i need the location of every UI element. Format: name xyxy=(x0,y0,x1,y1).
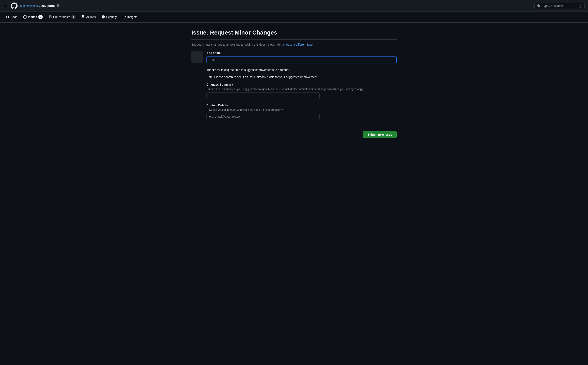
insights-icon xyxy=(123,15,126,19)
contact-details-sublabel: How can we get in touch with you if we n… xyxy=(206,108,397,111)
changes-summary-group: Changes Summary Enter a brief summary of… xyxy=(206,83,397,99)
form-fields: Add a title Thanks for taking the time t… xyxy=(206,51,397,138)
page-title: Issue: Request Minor Changes xyxy=(191,29,397,40)
actions-icon xyxy=(81,15,85,19)
tab-issues-label: Issues xyxy=(28,15,37,19)
subtitle-static-text: Suggest minor changes to an existing tut… xyxy=(191,43,282,46)
tab-insights-label: Insights xyxy=(127,15,137,19)
info-text-1: Thanks for taking the time to suggest im… xyxy=(206,68,397,72)
tab-issues[interactable]: Issues 3 xyxy=(21,12,45,22)
submit-new-issue-button[interactable]: Submit new issue xyxy=(363,131,397,138)
tab-pull-requests[interactable]: Pull requests 1 xyxy=(46,12,78,22)
search-shortcut: / xyxy=(579,4,582,7)
repo-path: ausaccessfed / dev-portal xyxy=(20,4,59,7)
tab-pull-requests-label: Pull requests xyxy=(53,15,70,19)
main-content: Issue: Request Minor Changes Suggest min… xyxy=(188,23,400,145)
tab-security-label: Security xyxy=(106,15,117,19)
title-input[interactable] xyxy=(206,56,397,63)
changes-summary-input[interactable] xyxy=(206,92,319,99)
hamburger-icon xyxy=(4,4,7,7)
path-separator: / xyxy=(39,4,40,7)
tab-insights[interactable]: Insights xyxy=(120,12,140,22)
info-block: Thanks for taking the time to suggest im… xyxy=(206,68,397,83)
tab-code[interactable]: Code xyxy=(3,12,20,22)
code-icon xyxy=(6,15,9,19)
contact-details-input[interactable] xyxy=(206,113,319,120)
choose-type-link[interactable]: choose a different type. xyxy=(283,43,313,46)
issues-icon xyxy=(23,15,27,19)
tab-code-label: Code xyxy=(10,15,17,19)
top-header: ausaccessfed / dev-portal Type / to sear… xyxy=(0,0,588,12)
hamburger-button[interactable] xyxy=(3,3,8,8)
search-bar[interactable]: Type / to search / xyxy=(534,3,585,9)
tab-actions[interactable]: Actions xyxy=(79,12,98,22)
form-section: Add a title Thanks for taking the time t… xyxy=(191,51,397,138)
pull-request-icon xyxy=(49,15,52,19)
contact-details-group: Contact Details How can we get in touch … xyxy=(206,104,397,120)
tab-actions-label: Actions xyxy=(86,15,96,19)
security-icon xyxy=(102,15,105,19)
sub-nav: Code Issues 3 Pull requests 1 Actions Se… xyxy=(0,12,588,23)
search-icon xyxy=(537,4,540,7)
lock-icon xyxy=(57,4,59,7)
org-link[interactable]: ausaccessfed xyxy=(20,4,38,7)
contact-details-label: Contact Details xyxy=(206,104,397,107)
changes-summary-label: Changes Summary xyxy=(206,83,397,86)
repo-name: dev-portal xyxy=(42,4,56,7)
github-logo[interactable] xyxy=(11,2,18,9)
github-icon xyxy=(11,2,18,9)
title-field-label: Add a title xyxy=(206,51,397,55)
issues-badge: 3 xyxy=(38,15,43,19)
title-field-group: Add a title xyxy=(206,51,397,63)
pr-badge: 1 xyxy=(71,15,76,19)
changes-summary-sublabel: Enter a brief summary of your suggested … xyxy=(206,87,397,91)
subtitle: Suggest minor changes to an existing tut… xyxy=(191,43,397,46)
avatar xyxy=(191,51,203,63)
search-placeholder-text: Type / to search xyxy=(542,4,563,7)
tab-security[interactable]: Security xyxy=(99,12,119,22)
form-footer: Submit new issue xyxy=(206,124,397,138)
info-text-2: Note: Please search to see if an issue a… xyxy=(206,75,397,79)
